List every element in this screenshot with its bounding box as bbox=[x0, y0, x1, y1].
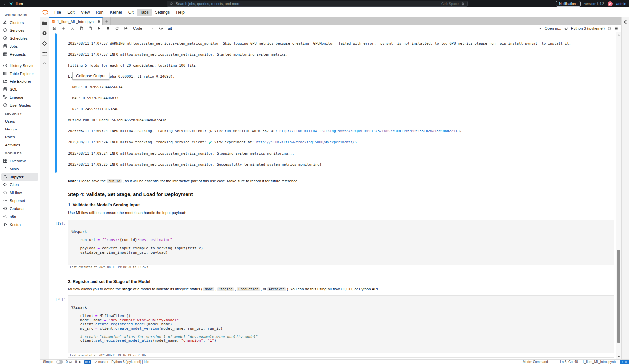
menu-help[interactable]: Help bbox=[173, 9, 188, 16]
code-cell-19[interactable]: [19]: %%spark run_uri = f"runs:/{run_id}… bbox=[68, 220, 614, 269]
notebook-scrollbar[interactable] bbox=[616, 32, 621, 359]
table-of-contents-icon[interactable] bbox=[42, 51, 47, 56]
kernels-indicator[interactable]: 9 bbox=[75, 360, 81, 364]
search-icon bbox=[170, 2, 173, 6]
paste-icon[interactable] bbox=[88, 26, 92, 30]
scroll-down-icon[interactable] bbox=[616, 355, 621, 358]
simple-mode-toggle[interactable] bbox=[56, 360, 63, 364]
sidebar-item-user-guides[interactable]: User Guides bbox=[1, 101, 38, 109]
clear-search-icon[interactable] bbox=[461, 2, 465, 6]
sidebar-item-sql[interactable]: SQL bbox=[1, 85, 38, 93]
sidebar-item-services[interactable]: Services bbox=[1, 26, 38, 34]
notifications-button[interactable]: Notifications bbox=[556, 1, 581, 7]
property-inspector-tools-icon[interactable] bbox=[623, 20, 628, 24]
kernel-status-icon[interactable] bbox=[608, 27, 611, 30]
kernel-name[interactable]: Python 3 (ipykernel) bbox=[571, 26, 605, 30]
terminals-indicator[interactable]: 0 bbox=[66, 360, 72, 364]
log-line: Fitting 5 folds for each of 20 candidate… bbox=[68, 64, 614, 67]
username-label[interactable]: admin bbox=[616, 2, 626, 6]
sidebar-item-kestra[interactable]: Kestra bbox=[1, 221, 38, 228]
execution-time-icon[interactable] bbox=[159, 26, 163, 30]
run-icon[interactable] bbox=[97, 26, 101, 30]
sidebar-item-gitea[interactable]: Gitea bbox=[1, 181, 38, 188]
new-tab-button[interactable] bbox=[103, 17, 111, 25]
avatar[interactable]: A bbox=[608, 1, 613, 6]
notebook-scroll-area[interactable]: 2025/08/11 17:07:57 WARNING mlflow.syste… bbox=[49, 32, 616, 359]
menu-edit[interactable]: Edit bbox=[64, 9, 78, 16]
sidebar-item-activities[interactable]: Activities bbox=[1, 141, 38, 149]
sidebar-item-superset[interactable]: Superset bbox=[1, 197, 38, 204]
insert-cell-icon[interactable] bbox=[61, 26, 65, 30]
restart-kernel-icon[interactable] bbox=[115, 26, 119, 30]
sidebar-item-mlflow[interactable]: MLflow bbox=[1, 189, 38, 196]
open-in-button[interactable]: Open in... bbox=[545, 26, 561, 30]
save-icon[interactable] bbox=[52, 26, 56, 30]
sidebar: WORKLOADS Clusters Services Schedules Jo… bbox=[0, 7, 40, 364]
menu-tabs[interactable]: Tabs bbox=[137, 9, 152, 16]
kernel-icon bbox=[78, 360, 81, 364]
section1-heading: 1. Validate the Model's Serving Input bbox=[68, 203, 614, 207]
accessibility-icon[interactable] bbox=[552, 360, 556, 364]
tables-badge[interactable]: 4 bbox=[84, 360, 91, 364]
menu-kernel[interactable]: Kernel bbox=[107, 9, 125, 16]
jupyter-icon bbox=[3, 175, 7, 179]
stop-icon[interactable] bbox=[106, 26, 110, 30]
git-toolbar-label[interactable]: git bbox=[168, 27, 172, 30]
file-browser-icon[interactable] bbox=[42, 21, 47, 26]
notifications-indicator[interactable]: 1 bbox=[620, 360, 629, 364]
running-sessions-icon[interactable] bbox=[42, 31, 47, 36]
sidebar-item-overview[interactable]: Overview bbox=[1, 157, 38, 165]
collapse-output-tooltip: Collapse Output bbox=[72, 72, 109, 80]
kernel-status-label[interactable]: Python 3 (ipykernel) | Idle bbox=[111, 360, 149, 364]
sidebar-item-grafana[interactable]: Grafana bbox=[1, 205, 38, 212]
sidebar-item-roles[interactable]: Roles bbox=[1, 133, 38, 141]
sidebar-item-label: Roles bbox=[5, 135, 15, 139]
global-search-input[interactable]: Search jobs, queries, recents, and more.… bbox=[167, 1, 468, 7]
sidebar-item-groups[interactable]: Groups bbox=[1, 125, 38, 133]
tab-bar: 1_Ilum_ML_intro.ipynb bbox=[49, 17, 621, 25]
sidebar-item-table-explorer[interactable]: Table Explorer bbox=[1, 70, 38, 77]
menu-git[interactable]: Git bbox=[125, 9, 137, 16]
cut-icon[interactable] bbox=[70, 26, 74, 30]
scrollbar-thumb[interactable] bbox=[617, 250, 620, 343]
output-collapser[interactable] bbox=[55, 33, 57, 173]
sidebar-item-schedules[interactable]: Schedules bbox=[1, 34, 38, 42]
code-editor[interactable]: %%spark client = MlflowClient() model_na… bbox=[68, 295, 614, 353]
log-line: 2025/08/11 17:07:57 WARNING mlflow.syste… bbox=[68, 42, 614, 45]
code-editor[interactable]: %%spark run_uri = f"runs:/{run_id}/best_… bbox=[68, 220, 614, 265]
sidebar-item-file-explorer[interactable]: File Explorer bbox=[1, 78, 38, 85]
sidebar-item-minio[interactable]: Minio bbox=[1, 165, 38, 173]
copy-icon[interactable] bbox=[79, 26, 83, 30]
tab-notebook[interactable]: 1_Ilum_ML_intro.ipynb bbox=[49, 17, 103, 25]
menu-view[interactable]: View bbox=[78, 9, 93, 16]
extensions-icon[interactable] bbox=[42, 62, 47, 67]
sidebar-item-jupyter[interactable]: Jupyter bbox=[1, 173, 38, 181]
log-line: RMSE: 0.7695577044656614 bbox=[68, 85, 614, 89]
sidebar-item-label: File Explorer bbox=[10, 79, 31, 83]
sidebar-item-jobs[interactable]: Jobs bbox=[1, 42, 38, 50]
debugger-bug-icon[interactable] bbox=[564, 27, 568, 30]
sidebar-item-requests[interactable]: Requests bbox=[1, 50, 38, 58]
sidebar-item-history-server[interactable]: History Server bbox=[1, 62, 38, 69]
code-cell-20[interactable]: [20]: %%spark client = MlflowClient() mo… bbox=[68, 295, 614, 358]
sidebar-item-clusters[interactable]: Clusters bbox=[1, 19, 38, 26]
git-branch-indicator[interactable]: master bbox=[94, 360, 109, 364]
sidebar-item-n8n[interactable]: n8n bbox=[1, 213, 38, 220]
git-icon[interactable] bbox=[42, 41, 47, 46]
sidebar-item-lineage[interactable]: Lineage bbox=[1, 93, 38, 101]
menu-run[interactable]: Run bbox=[93, 9, 107, 16]
sidebar-item-label: Gitea bbox=[10, 183, 19, 187]
jupyter-module: File Edit View Run Kernel Git Tabs Setti… bbox=[40, 7, 629, 359]
cell-type-select[interactable]: Code bbox=[133, 26, 154, 30]
sidebar-item-users[interactable]: Users bbox=[1, 117, 38, 125]
scroll-up-icon[interactable] bbox=[616, 33, 621, 36]
toolbar-menu-icon[interactable] bbox=[614, 27, 618, 30]
gitea-icon bbox=[3, 182, 7, 187]
restart-run-all-icon[interactable] bbox=[124, 26, 128, 30]
menu-settings[interactable]: Settings bbox=[152, 9, 173, 16]
cursor-position[interactable]: Ln 6, Col 48 bbox=[560, 360, 578, 364]
back-icon[interactable] bbox=[3, 2, 7, 6]
log-line: 2025/08/11 17:09:24 INFO mlflow.tracking… bbox=[68, 129, 614, 133]
sidebar-item-label: n8n bbox=[10, 215, 16, 219]
menu-file[interactable]: File bbox=[51, 9, 64, 16]
